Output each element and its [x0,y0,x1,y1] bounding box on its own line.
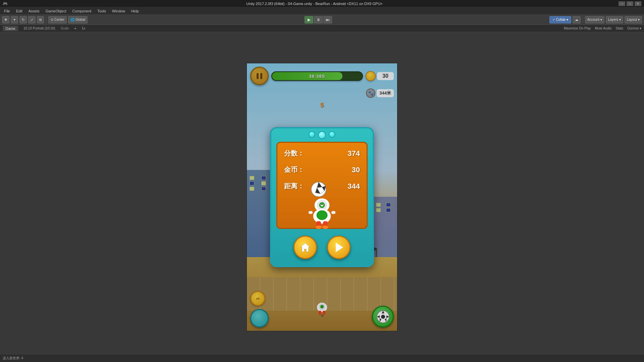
modal-gem-center [318,131,326,139]
main-content: 38:38S 30 🐾 344米 5 [0,32,644,362]
svg-rect-12 [309,211,313,214]
coins-label: 金币： [284,165,304,174]
home-icon [300,242,311,252]
layout-button[interactable]: Layout ▾ [625,16,642,23]
tool-hand[interactable]: ✥ [2,16,9,23]
gizmos[interactable]: Gizmos ▾ [627,26,641,30]
tool-scale[interactable]: ⤢ [28,16,36,23]
scale-label: Scale [60,26,69,30]
menu-window[interactable]: Window [109,8,128,14]
svg-point-7 [317,210,327,220]
modal-buttons [271,232,373,259]
cloud-icon: ☁ [575,18,578,21]
coins-row: 金币： 30 [284,165,360,174]
modal-character [300,178,344,231]
svg-rect-13 [331,211,335,214]
close-button[interactable]: ✕ [635,1,641,6]
step-button[interactable]: ⏭ [323,16,332,23]
play-controls: ▶ ⏸ ⏭ [305,16,332,23]
separator-2 [583,16,583,23]
chevron-down-icon-2: ▾ [619,18,621,21]
collab-icon: ✓ [552,18,555,21]
chevron-down-icon: ▾ [600,18,602,21]
menu-tools[interactable]: Tools [95,8,109,14]
tool-rotate[interactable]: ↻ [19,16,27,23]
status-bar: 进入新世界: 4 [0,354,644,362]
modal-top [271,128,373,139]
global-icon: 🌐 [70,18,74,21]
coins-value: 30 [352,166,360,174]
score-label: 分数： [284,149,304,158]
game-viewport: 38:38S 30 🐾 344米 5 [247,63,397,331]
menu-component[interactable]: Component [69,8,94,14]
maximize-button[interactable]: □ [627,1,633,6]
global-button[interactable]: 🌐 Global [68,16,88,23]
layers-button[interactable]: Layers ▾ [606,16,623,23]
minimize-button[interactable]: — [619,1,625,6]
title-bar: 🎮 Unity 2017.2.0f3 (64bit) - 04-Game.uni… [0,0,644,7]
cloud-button[interactable]: ☁ [573,16,581,23]
menu-bar: File Edit Assets GameObject Component To… [0,7,644,15]
play-button[interactable]: ▶ [305,16,313,23]
result-modal: 分数： 374 金币： 30 距离： 344 [270,127,374,267]
stats-box: 分数： 374 金币： 30 距离： 344 [276,142,368,229]
toolbar: ✥ ✦ ↻ ⤢ ⧉ ⊙ Center 🌐 Global ▶ ⏸ ⏭ ✓ Coll… [0,15,644,25]
window-controls: — □ ✕ [619,1,641,6]
score-row: 分数： 374 [284,149,360,158]
title-text: Unity 2017.2.0f3 (64bit) - 04-Game.unity… [10,2,619,6]
menu-file[interactable]: File [1,8,13,14]
play-arrow-icon [336,243,343,252]
menu-assets[interactable]: Assets [26,8,42,14]
svg-point-5 [321,204,323,205]
stats[interactable]: Stats [616,26,624,30]
distance-value: 344 [347,182,360,191]
svg-marker-14 [301,243,310,252]
status-text: 进入新世界: 4 [3,356,23,361]
maximize-on-play[interactable]: Maximize On Play [564,26,591,30]
collab-button[interactable]: ✓ Collab ▾ [549,16,571,23]
pause-button[interactable]: ⏸ [314,16,323,23]
app-icon: 🎮 [3,1,8,6]
sub-toolbar-right: Maximize On Play Mute Audio Stats Gizmos… [564,26,641,30]
play-again-button[interactable] [327,236,351,259]
character-svg [300,178,344,231]
menu-help[interactable]: Help [128,8,142,14]
resolution-display: 16:10 Portrait (10:16) [23,26,55,30]
chevron-down-icon-3: ▾ [638,18,640,21]
scale-slider-icon: ● [74,26,76,30]
sub-toolbar: Game 16:10 Portrait (10:16) Scale ● 1x M… [0,25,644,32]
separator-1 [46,16,46,23]
svg-point-10 [316,226,322,229]
game-tab[interactable]: Game [3,26,18,31]
center-button[interactable]: ⊙ Center [48,16,67,23]
modal-gem-right [329,131,335,138]
scale-value: 1x [82,26,86,30]
score-value: 374 [347,149,360,158]
tool-move[interactable]: ✦ [11,16,18,23]
tool-rect[interactable]: ⧉ [37,16,44,23]
modal-overlay: 分数： 374 金币： 30 距离： 344 [247,63,397,331]
mute-audio[interactable]: Mute Audio [595,26,611,30]
home-button[interactable] [293,236,317,259]
modal-gem-left [309,131,315,138]
menu-edit[interactable]: Edit [13,8,25,14]
svg-point-11 [322,226,328,229]
account-button[interactable]: Account ▾ [585,16,604,23]
pivot-icon: ⊙ [51,18,53,21]
menu-gameobject[interactable]: GameObject [43,8,69,14]
